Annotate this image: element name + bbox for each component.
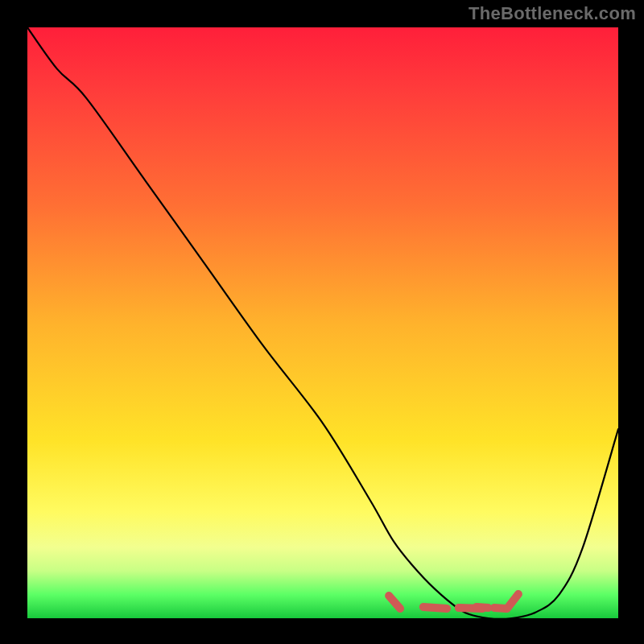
optimal-tick bbox=[507, 594, 518, 609]
optimal-tick bbox=[477, 607, 489, 608]
bottleneck-curve-line bbox=[27, 27, 618, 618]
bottleneck-curve-svg bbox=[27, 27, 618, 618]
plot-area bbox=[27, 27, 618, 618]
optimal-range-markers bbox=[389, 594, 518, 609]
chart-frame: TheBottleneck.com bbox=[0, 0, 644, 644]
watermark-label: TheBottleneck.com bbox=[469, 3, 636, 24]
optimal-tick bbox=[389, 596, 400, 609]
optimal-tick bbox=[423, 607, 447, 609]
